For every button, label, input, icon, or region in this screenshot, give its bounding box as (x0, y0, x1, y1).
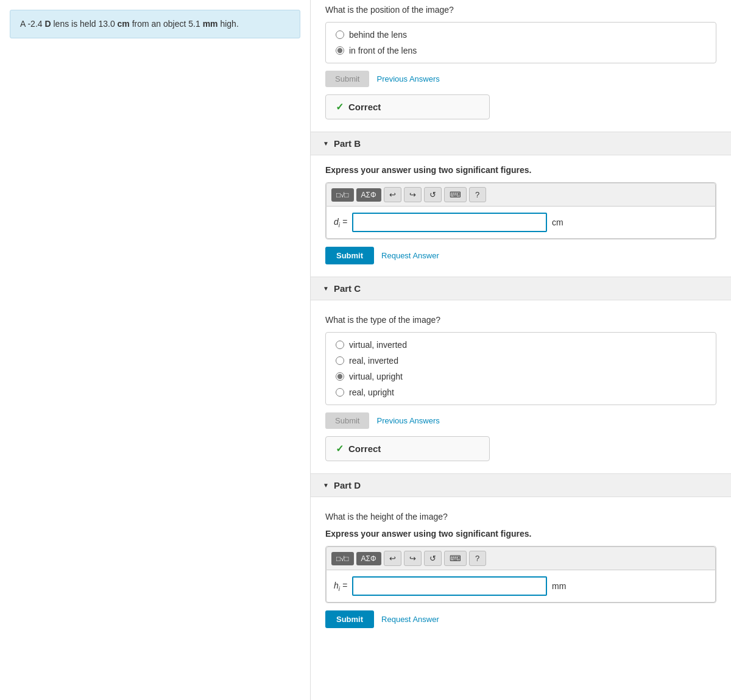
part-c-question: What is the type of the image? (325, 315, 716, 325)
part-b-sig-note: Express your answer using two significan… (325, 165, 716, 175)
part-c-options: virtual, inverted real, inverted virtual… (325, 332, 716, 405)
math-symbol-icon: □√□ (336, 191, 349, 199)
radio-behind[interactable] (336, 30, 344, 39)
option-real-upright[interactable]: real, upright (336, 387, 706, 397)
part-c-content: What is the type of the image? virtual, … (311, 300, 731, 473)
part-b-math-container: □√□ ΑΣΦ ↩ ↪ ↺ ⌨ (325, 182, 716, 239)
part-a-submit-button[interactable]: Submit (325, 71, 369, 87)
part-d-chevron-icon: ▼ (323, 482, 329, 489)
part-c-header[interactable]: ▼ Part C (311, 277, 731, 300)
part-b-help-btn[interactable]: ? (469, 187, 486, 202)
part-c-label: Part C (334, 283, 361, 294)
part-d-redo-btn[interactable]: ↪ (404, 551, 422, 566)
part-b-redo-btn[interactable]: ↪ (404, 187, 422, 202)
part-b-answer-input[interactable] (352, 213, 547, 232)
part-d-input-row: hi = mm (326, 570, 716, 603)
keyboard-icon-d: ⌨ (450, 554, 461, 563)
part-d-toolbar: □√□ ΑΣΦ ↩ ↪ ↺ ⌨ (326, 546, 716, 570)
part-b-reset-btn[interactable]: ↺ (424, 187, 442, 202)
label-virtual-upright: virtual, upright (349, 372, 403, 381)
help-icon-d: ? (475, 554, 479, 563)
part-c-correct-label: Correct (348, 444, 381, 454)
part-b-keyboard-btn[interactable]: ⌨ (444, 187, 467, 202)
part-a-prev-answers-link[interactable]: Previous Answers (376, 74, 439, 83)
greek-symbol-icon-d: ΑΣΦ (361, 554, 376, 563)
part-b-input-row: di = cm (326, 207, 716, 239)
redo-icon: ↪ (409, 190, 416, 199)
part-b-chevron-icon: ▼ (323, 140, 329, 147)
part-b-undo-btn[interactable]: ↩ (384, 187, 401, 202)
part-d-sig-note: Express your answer using two significan… (325, 529, 716, 539)
part-b-request-answer-link[interactable]: Request Answer (381, 251, 439, 260)
undo-icon: ↩ (389, 190, 396, 199)
part-d-reset-btn[interactable]: ↺ (424, 551, 442, 566)
radio-virtual-upright[interactable] (336, 372, 344, 381)
reset-icon-d: ↺ (429, 554, 436, 563)
part-d-keyboard-btn[interactable]: ⌨ (444, 551, 467, 566)
option-infront[interactable]: in front of the lens (336, 46, 706, 55)
undo-icon-d: ↩ (389, 554, 396, 563)
greek-symbol-icon: ΑΣΦ (361, 191, 376, 199)
option-virtual-upright[interactable]: virtual, upright (336, 372, 706, 381)
radio-real-upright[interactable] (336, 388, 344, 397)
part-d-label: Part D (334, 480, 361, 490)
option-real-inverted[interactable]: real, inverted (336, 356, 706, 366)
part-d-math-label: hi = (334, 581, 347, 592)
part-b-toolbar: □√□ ΑΣΦ ↩ ↪ ↺ ⌨ (326, 183, 716, 207)
problem-text: A -2.4 D lens is held 13.0 cm from an ob… (20, 19, 239, 29)
part-b-label: Part B (334, 138, 361, 149)
part-c-check-icon: ✓ (336, 443, 344, 454)
part-c-correct-box: ✓ Correct (325, 436, 490, 461)
part-d-undo-btn[interactable]: ↩ (384, 551, 401, 566)
part-d-question: What is the height of the image? (325, 512, 716, 521)
right-panel: What is the position of the image? behin… (311, 0, 731, 700)
radio-real-inverted[interactable] (336, 356, 344, 365)
part-b-answer-row: Submit Request Answer (325, 247, 716, 264)
part-d-math-container: □√□ ΑΣΦ ↩ ↪ ↺ ⌨ (325, 546, 716, 603)
part-c-prev-answers-link[interactable]: Previous Answers (376, 416, 439, 425)
part-d-content: What is the height of the image? Express… (311, 497, 731, 640)
part-b-math-label: di = (334, 217, 347, 228)
part-d-answer-input[interactable] (352, 576, 547, 596)
part-d-answer-row: Submit Request Answer (325, 610, 716, 628)
part-b-toolbar-math-btn[interactable]: □√□ (331, 188, 354, 202)
part-c-submit-row: Submit Previous Answers (325, 412, 716, 429)
part-a-check-icon: ✓ (336, 101, 344, 113)
part-a-section: What is the position of the image? behin… (311, 5, 731, 132)
label-behind: behind the lens (349, 30, 407, 40)
reset-icon: ↺ (429, 190, 436, 199)
part-d-toolbar-math-btn[interactable]: □√□ (331, 552, 354, 565)
help-icon: ? (475, 190, 479, 199)
part-a-submit-row: Submit Previous Answers (325, 71, 716, 87)
part-b-content: Express your answer using two significan… (311, 155, 731, 277)
part-b-toolbar-greek-btn[interactable]: ΑΣΦ (356, 188, 381, 202)
part-a-correct-label: Correct (348, 102, 381, 112)
radio-infront[interactable] (336, 46, 344, 55)
part-d-unit: mm (552, 581, 566, 591)
part-a-question: What is the position of the image? (325, 5, 716, 15)
problem-statement: A -2.4 D lens is held 13.0 cm from an ob… (10, 10, 300, 38)
part-d-toolbar-greek-btn[interactable]: ΑΣΦ (356, 552, 381, 565)
part-d-header[interactable]: ▼ Part D (311, 473, 731, 497)
math-symbol-icon-d: □√□ (336, 554, 349, 563)
part-b-unit: cm (552, 217, 563, 227)
option-behind[interactable]: behind the lens (336, 30, 706, 40)
redo-icon-d: ↪ (409, 554, 416, 563)
option-virtual-inverted[interactable]: virtual, inverted (336, 340, 706, 350)
label-infront: in front of the lens (349, 46, 417, 55)
part-d-submit-button[interactable]: Submit (325, 610, 374, 628)
radio-virtual-inverted[interactable] (336, 341, 344, 349)
part-c-submit-button[interactable]: Submit (325, 412, 369, 429)
part-b-submit-button[interactable]: Submit (325, 247, 374, 264)
label-virtual-inverted: virtual, inverted (349, 340, 407, 350)
keyboard-icon: ⌨ (450, 190, 461, 199)
label-real-upright: real, upright (349, 387, 394, 397)
label-real-inverted: real, inverted (349, 356, 398, 366)
part-b-header[interactable]: ▼ Part B (311, 132, 731, 155)
part-c-chevron-icon: ▼ (323, 285, 329, 292)
part-d-request-answer-link[interactable]: Request Answer (381, 615, 439, 624)
left-panel: A -2.4 D lens is held 13.0 cm from an ob… (0, 0, 311, 700)
part-a-options: behind the lens in front of the lens (325, 22, 716, 63)
part-a-correct-box: ✓ Correct (325, 94, 490, 119)
part-d-help-btn[interactable]: ? (469, 551, 486, 566)
